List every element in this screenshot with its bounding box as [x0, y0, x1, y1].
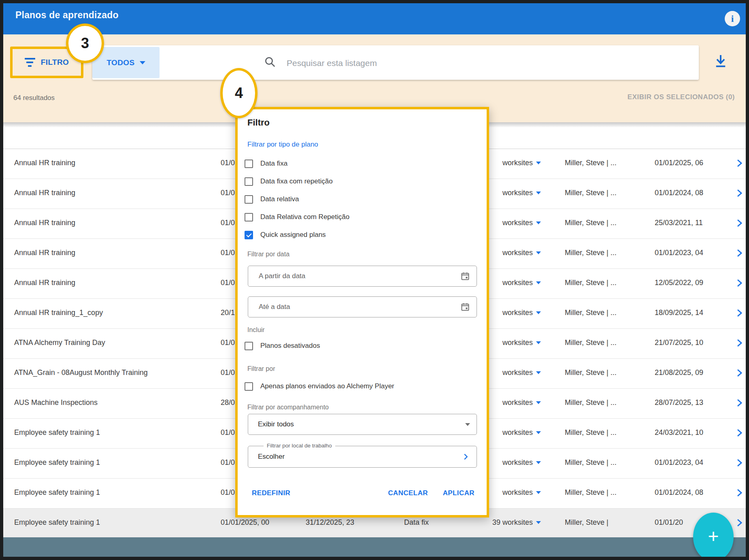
page-title: Planos de aprendizado [15, 10, 119, 21]
checkbox-label: Data relativa [260, 195, 299, 203]
plan-type-checkbox[interactable]: Data fixa [245, 155, 471, 172]
chevron-right-icon [461, 452, 470, 461]
plan-created-date: 01/01/2023, 04 [655, 458, 703, 467]
tracking-select[interactable]: Exibir todos [248, 414, 477, 435]
checkbox-icon[interactable] [245, 382, 253, 391]
chevron-down-icon [536, 162, 541, 164]
results-count: 64 resultados [13, 94, 55, 102]
checkbox-icon[interactable] [245, 195, 253, 204]
scope-dropdown[interactable]: TODOS [92, 47, 160, 78]
download-icon[interactable] [713, 53, 728, 71]
plan-title: Annual HR training [14, 159, 75, 167]
info-icon[interactable]: i [725, 11, 740, 26]
calendar-icon[interactable] [460, 302, 470, 312]
plan-start-date: 01/0 [221, 159, 235, 167]
worksites-label: worksites [502, 428, 533, 437]
plan-owner: Miller, Steve | ... [565, 249, 617, 257]
row-open-chevron[interactable] [734, 248, 744, 260]
chevron-down-icon [536, 521, 541, 524]
plan-start-date: 28/0 [221, 398, 235, 407]
chevron-down-icon [536, 311, 541, 314]
checkbox-icon[interactable] [245, 213, 253, 221]
plan-start-date: 01/0 [221, 458, 235, 467]
plan-owner: Miller, Steve | ... [565, 219, 617, 227]
plan-created-date: 01/01/20 [655, 518, 683, 527]
checkbox-icon[interactable] [245, 342, 253, 350]
row-open-chevron[interactable] [734, 368, 744, 380]
date-to-input[interactable] [258, 302, 460, 311]
plan-title: Annual HR training [14, 219, 75, 227]
checkbox-icon[interactable] [245, 177, 253, 186]
chevron-down-icon [536, 461, 541, 464]
apply-button[interactable]: APLICAR [443, 489, 475, 497]
chevron-down-icon [536, 281, 541, 284]
row-open-chevron[interactable] [734, 308, 744, 320]
worksites-label: worksites [502, 398, 533, 407]
checkbox-icon[interactable] [245, 160, 253, 168]
row-open-chevron[interactable] [734, 517, 744, 530]
plan-start-date: 20/1 [221, 309, 235, 317]
plan-created-date: 28/07/2025, 13 [655, 398, 703, 407]
search-input[interactable] [286, 53, 692, 72]
show-selected-button[interactable]: EXIBIR OS SELECIONADOS (0) [628, 93, 735, 101]
plan-created-date: 21/08/2025, 09 [655, 368, 703, 377]
worksite-picker[interactable]: Filtrar por local de trabalho Escolher [248, 446, 477, 468]
plan-type-checkbox[interactable]: Quick assigned plans [245, 226, 471, 244]
worksites-label: worksites [502, 219, 533, 227]
plan-title: ATNA Alchemy Training Day [14, 339, 105, 347]
date-to-field[interactable] [248, 296, 477, 317]
worksites-dropdown[interactable]: 39 worksites [457, 518, 541, 527]
plan-owner: Miller, Steve | ... [565, 488, 617, 497]
dialog-buttons: REDEFINIR CANCELAR APLICAR [238, 485, 487, 502]
section-tracking-label: Filtrar por acompanhamento [247, 404, 329, 411]
plan-type-checkbox-list: Data fixaData fixa com repetiçãoData rel… [245, 155, 471, 244]
plan-owner: Miller, Steve | ... [565, 458, 617, 467]
plan-type: Data fix [404, 518, 429, 527]
plan-created-date: 25/03/2021, 11 [655, 219, 703, 227]
plan-type-checkbox[interactable]: Data fixa com repetição [245, 172, 471, 190]
plan-created-date: 01/01/2023, 04 [655, 249, 703, 257]
date-from-input[interactable] [258, 272, 460, 281]
plan-created-date: 18/09/2025, 14 [655, 309, 703, 317]
add-plan-button[interactable]: + [693, 513, 734, 560]
plan-type-checkbox[interactable]: Data relativa [245, 190, 471, 208]
plan-owner: Miller, Steve | ... [565, 189, 617, 197]
row-open-chevron[interactable] [734, 188, 744, 200]
plan-start-date: 01/0 [221, 488, 235, 497]
alchemy-player-only-checkbox[interactable]: Apenas planos enviados ao Alchemy Player [245, 377, 471, 395]
worksites-label: worksites [502, 368, 533, 377]
plan-created-date: 24/03/2021, 10 [655, 428, 703, 437]
worksites-label: worksites [502, 309, 533, 317]
plan-created-date: 12/05/2022, 09 [655, 279, 703, 287]
plan-title: Annual HR training_1_copy [14, 309, 103, 317]
checkbox-checked-icon[interactable] [245, 231, 253, 239]
calendar-icon[interactable] [460, 271, 470, 281]
cancel-button[interactable]: CANCELAR [388, 489, 428, 497]
section-plan-type: Filtrar por tipo de plano [247, 141, 318, 149]
row-open-chevron[interactable] [734, 158, 744, 170]
row-open-chevron[interactable] [734, 398, 744, 410]
row-open-chevron[interactable] [734, 278, 744, 290]
checkbox-label: Apenas planos enviados ao Alchemy Player [260, 382, 394, 390]
app-header: Planos de aprendizado i [0, 0, 749, 34]
worksite-picker-label: Filtrar por local de trabalho [264, 443, 335, 449]
search-bar: TODOS [92, 45, 699, 80]
plan-type-checkbox[interactable]: Data Relativa com Repetição [245, 208, 471, 226]
filter-by-checkbox-wrap: Apenas planos enviados ao Alchemy Player [245, 377, 471, 395]
row-open-chevron[interactable] [734, 338, 744, 350]
reset-button[interactable]: REDEFINIR [252, 489, 290, 497]
row-open-chevron[interactable] [734, 218, 744, 230]
section-date-label: Filtrar por data [247, 251, 289, 258]
plan-title: AUS Machine Inspections [14, 398, 98, 407]
row-open-chevron[interactable] [734, 458, 744, 470]
checkbox-label: Quick assigned plans [260, 231, 326, 239]
plan-start-date: 01/0 [221, 219, 235, 227]
worksites-label: worksites [502, 458, 533, 466]
worksites-label: worksites [502, 339, 533, 347]
row-open-chevron[interactable] [734, 428, 744, 440]
date-from-field[interactable] [248, 266, 477, 287]
include-disabled-plans-checkbox[interactable]: Planos desativados [245, 337, 471, 355]
row-open-chevron[interactable] [734, 488, 744, 500]
annotation-badge-3: 3 [66, 23, 104, 63]
bottom-bar [0, 537, 749, 557]
